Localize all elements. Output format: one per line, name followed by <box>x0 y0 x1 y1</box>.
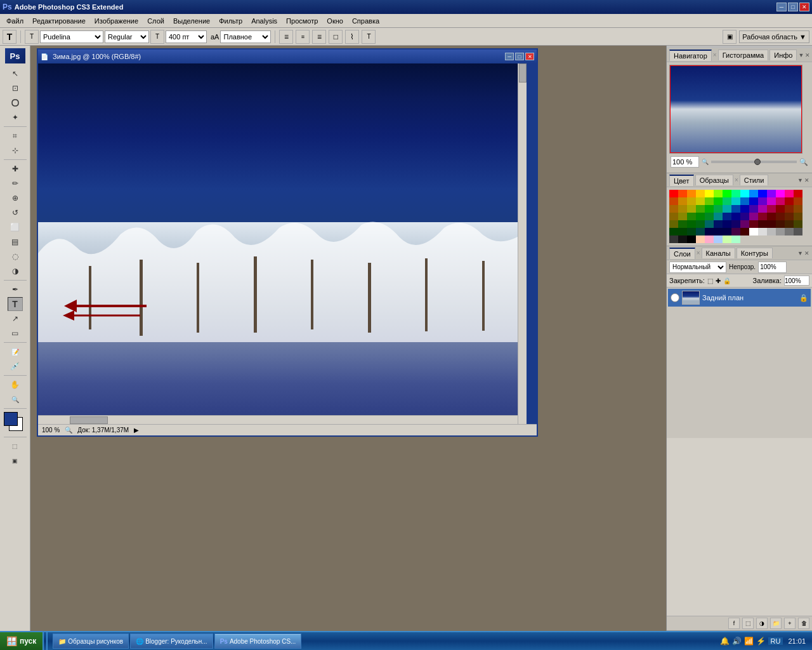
color-swatch-cell[interactable] <box>723 213 731 220</box>
color-swatch-cell[interactable] <box>705 205 714 213</box>
color-swatch-cell[interactable] <box>678 213 687 220</box>
notes-tool[interactable]: 📝 <box>8 345 23 359</box>
color-swatch-cell[interactable] <box>723 205 731 213</box>
taskbar-item-files[interactable]: 📁 Образцы рисунков <box>53 633 129 649</box>
layer-mask-btn[interactable]: ⬚ <box>742 618 754 629</box>
color-swatch-cell[interactable] <box>705 220 714 228</box>
color-swatch-cell[interactable] <box>767 197 776 205</box>
foreground-color[interactable] <box>4 412 18 426</box>
taskbar-item-blogger[interactable]: 🌐 Blogger: Рукодельн... <box>130 633 213 649</box>
menu-analysis[interactable]: Analysis <box>247 16 281 26</box>
color-swatch-cell[interactable] <box>767 205 776 213</box>
color-swatch-cell[interactable] <box>678 197 687 205</box>
maximize-button[interactable]: □ <box>788 3 798 11</box>
doc-minimize-btn[interactable]: ─ <box>505 53 514 60</box>
color-swatch-cell[interactable] <box>749 197 758 205</box>
panel-close-btn[interactable]: ✕ <box>805 52 810 58</box>
color-swatch-cell[interactable] <box>678 205 687 213</box>
color-swatch-cell[interactable] <box>740 220 749 228</box>
taskbar-item-photoshop[interactable]: Ps Adobe Photoshop CS... <box>214 633 302 649</box>
align-center-btn[interactable]: ≡ <box>296 30 310 44</box>
color-swatch-cell[interactable] <box>696 220 705 228</box>
color-swatch-cell[interactable] <box>767 190 776 197</box>
shape-tool[interactable]: ▭ <box>8 326 23 340</box>
color-swatch-cell[interactable] <box>767 228 776 235</box>
color-swatch-cell[interactable] <box>758 220 767 228</box>
color-swatch-cell[interactable] <box>749 220 758 228</box>
color-swatch-cell[interactable] <box>749 228 758 235</box>
color-swatch-cell[interactable] <box>794 190 802 197</box>
crop-tool[interactable]: ⌗ <box>8 129 23 143</box>
menu-file[interactable]: Файл <box>3 16 27 26</box>
lock-move-btn[interactable]: ✚ <box>716 277 721 284</box>
color-swatch-cell[interactable] <box>731 228 740 235</box>
color-swatch-cell[interactable] <box>714 228 723 235</box>
layer-new-btn[interactable]: + <box>784 618 796 629</box>
heal-tool[interactable]: ✚ <box>8 162 23 176</box>
doc-vscroll[interactable] <box>518 63 527 424</box>
tab-info[interactable]: Инфо <box>769 50 797 60</box>
lock-px-btn[interactable]: ⬚ <box>707 277 713 284</box>
tab-styles[interactable]: Стили <box>740 175 769 185</box>
color-swatch-cell[interactable] <box>723 235 731 243</box>
color-swatch-cell[interactable] <box>794 205 802 213</box>
color-panel-close-btn[interactable]: ✕ <box>804 177 809 183</box>
menu-help[interactable]: Справка <box>348 16 383 26</box>
layer-visibility-icon[interactable]: 👁 <box>671 293 679 302</box>
color-swatch-cell[interactable] <box>794 220 802 228</box>
layer-item-background[interactable]: 👁 Задний план 🔒 <box>668 289 811 307</box>
gradient-tool[interactable]: ▤ <box>8 235 23 249</box>
layer-group-btn[interactable]: 📁 <box>770 618 782 629</box>
tab-navigator[interactable]: Навигатор <box>669 50 712 61</box>
magic-wand-tool[interactable]: ✦ <box>8 110 23 124</box>
minimize-button[interactable]: ─ <box>776 3 787 11</box>
panel-menu-btn[interactable]: ▼ <box>798 52 804 58</box>
lasso-tool[interactable] <box>8 96 23 110</box>
menu-layer[interactable]: Слой <box>143 16 168 26</box>
blur-tool[interactable]: ◌ <box>8 249 23 263</box>
color-swatch-cell[interactable] <box>776 228 785 235</box>
color-swatch-cell[interactable] <box>740 205 749 213</box>
color-swatch-cell[interactable] <box>714 205 723 213</box>
color-swatch-cell[interactable] <box>714 235 723 243</box>
stamp-tool[interactable]: ⊕ <box>8 191 23 205</box>
color-swatch-cell[interactable] <box>714 213 723 220</box>
color-swatch-cell[interactable] <box>669 228 678 235</box>
color-swatch-cell[interactable] <box>696 205 705 213</box>
zoom-tool[interactable]: 🔍 <box>8 392 23 406</box>
layers-panel-menu-btn[interactable]: ▼ <box>797 250 803 256</box>
align-left-btn[interactable]: ≡ <box>279 30 293 44</box>
color-swatch-cell[interactable] <box>758 228 767 235</box>
color-swatch-cell[interactable] <box>678 228 687 235</box>
tab-color[interactable]: Цвет <box>669 175 694 186</box>
move-tool[interactable]: ↖ <box>8 67 23 81</box>
color-swatch-cell[interactable] <box>687 228 696 235</box>
warp-text-btn[interactable]: ⌇ <box>345 30 359 44</box>
doc-nav-arrow[interactable]: ▶ <box>134 427 139 434</box>
tab-swatches[interactable]: Образцы <box>695 175 733 185</box>
nav-zoom-input[interactable] <box>671 156 699 168</box>
color-swatch-cell[interactable] <box>696 197 705 205</box>
color-swatch-cell[interactable] <box>696 190 705 197</box>
color-swatch-cell[interactable] <box>723 197 731 205</box>
color-swatch-cell[interactable] <box>785 190 794 197</box>
color-swatch-cell[interactable] <box>723 190 731 197</box>
eraser-tool[interactable]: ⬜ <box>8 220 23 234</box>
vscroll-thumb[interactable] <box>519 63 527 83</box>
color-swatch-cell[interactable] <box>687 205 696 213</box>
color-swatch-cell[interactable] <box>678 220 687 228</box>
menu-image[interactable]: Изображение <box>91 16 142 26</box>
screen-mode-btn[interactable]: ▣ <box>8 454 23 468</box>
doc-maximize-btn[interactable]: □ <box>515 53 524 60</box>
menu-edit[interactable]: Редактирование <box>29 16 89 26</box>
eyedropper-tool[interactable]: 💉 <box>8 359 23 373</box>
color-swatch-cell[interactable] <box>740 197 749 205</box>
color-swatch-cell[interactable] <box>731 197 740 205</box>
color-swatch-cell[interactable] <box>785 205 794 213</box>
color-swatch-cell[interactable] <box>740 213 749 220</box>
color-swatch-cell[interactable] <box>785 197 794 205</box>
color-swatch-cell[interactable] <box>749 190 758 197</box>
color-swatch-cell[interactable] <box>758 197 767 205</box>
color-swatch-cell[interactable] <box>785 213 794 220</box>
color-swatch-cell[interactable] <box>669 197 678 205</box>
